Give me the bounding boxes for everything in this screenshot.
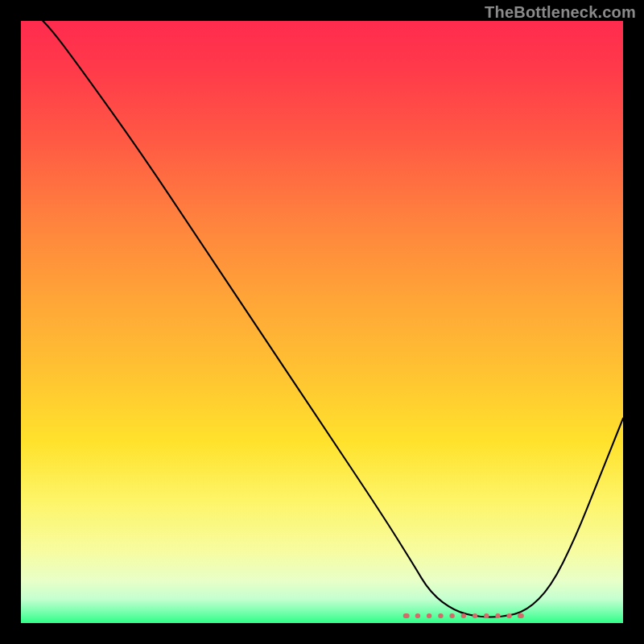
flat-marker <box>461 613 466 618</box>
watermark-text: TheBottleneck.com <box>485 3 636 22</box>
flat-marker <box>403 613 410 618</box>
curve-layer <box>21 21 623 623</box>
flat-marker <box>427 613 431 618</box>
chart-frame: TheBottleneck.com <box>0 0 644 644</box>
flat-marker <box>438 613 443 618</box>
flat-marker <box>415 613 420 618</box>
flat-marker <box>506 613 511 618</box>
flat-marker <box>449 613 454 618</box>
flat-marker <box>473 613 477 618</box>
bottleneck-curve <box>21 21 623 617</box>
plot-area <box>21 21 623 623</box>
flat-marker <box>484 613 489 618</box>
flat-marker <box>495 613 500 618</box>
flat-marker <box>518 613 524 618</box>
